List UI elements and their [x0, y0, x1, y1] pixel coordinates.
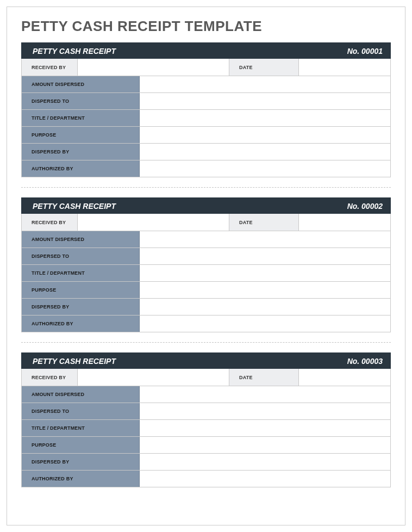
field-label: AMOUNT DISPERSED: [22, 386, 140, 403]
field-label: DISPERSED TO: [22, 93, 140, 109]
date-value[interactable]: [299, 59, 390, 76]
field-value[interactable]: [140, 299, 390, 315]
field-row: PURPOSE: [22, 127, 390, 144]
receipt-divider: [21, 342, 391, 343]
field-row: PURPOSE: [22, 437, 390, 454]
field-row: DISPERSED TO: [22, 93, 390, 110]
receipt-top-row: RECEIVED BYDATE: [21, 369, 391, 386]
field-value[interactable]: [140, 437, 390, 453]
page-title: PETTY CASH RECEIPT TEMPLATE: [21, 18, 391, 35]
field-value[interactable]: [140, 316, 390, 332]
field-label: DISPERSED BY: [22, 454, 140, 470]
field-label: TITLE / DEPARTMENT: [22, 420, 140, 436]
field-label: DISPERSED TO: [22, 248, 140, 264]
receipt-header-title: PETTY CASH RECEIPT: [33, 47, 116, 55]
field-row: DISPERSED BY: [22, 144, 390, 160]
field-label: AMOUNT DISPERSED: [22, 76, 140, 92]
date-label: DATE: [229, 59, 299, 76]
field-value[interactable]: [140, 110, 390, 126]
receipts-container: PETTY CASH RECEIPTNo. 00001RECEIVED BYDA…: [21, 42, 391, 487]
field-label: DISPERSED TO: [22, 403, 140, 419]
field-value[interactable]: [140, 76, 390, 92]
receipt-header-number: No. 00002: [347, 202, 383, 211]
field-value[interactable]: [140, 386, 390, 403]
field-label: TITLE / DEPARTMENT: [22, 265, 140, 281]
received-by-value[interactable]: [78, 369, 229, 386]
received-by-label: RECEIVED BY: [22, 369, 78, 386]
field-label: AUTHORIZED BY: [22, 316, 140, 332]
field-row: TITLE / DEPARTMENT: [22, 265, 390, 282]
field-row: AUTHORIZED BY: [22, 471, 390, 487]
receipt-fields: AMOUNT DISPERSEDDISPERSED TOTITLE / DEPA…: [21, 386, 391, 487]
receipt-block: PETTY CASH RECEIPTNo. 00003RECEIVED BYDA…: [21, 352, 391, 487]
field-value[interactable]: [140, 454, 390, 470]
receipt-header: PETTY CASH RECEIPTNo. 00002: [21, 197, 391, 214]
receipt-block: PETTY CASH RECEIPTNo. 00002RECEIVED BYDA…: [21, 197, 391, 332]
field-row: DISPERSED BY: [22, 454, 390, 471]
field-value[interactable]: [140, 248, 390, 264]
field-row: AMOUNT DISPERSED: [22, 231, 390, 248]
field-row: PURPOSE: [22, 282, 390, 299]
receipt-fields: AMOUNT DISPERSEDDISPERSED TOTITLE / DEPA…: [21, 231, 391, 332]
received-by-label: RECEIVED BY: [22, 59, 78, 76]
date-label: DATE: [229, 214, 299, 231]
field-label: DISPERSED BY: [22, 299, 140, 315]
field-row: AUTHORIZED BY: [22, 316, 390, 332]
field-row: TITLE / DEPARTMENT: [22, 420, 390, 437]
receipt-header-number: No. 00003: [347, 357, 383, 366]
date-value[interactable]: [299, 214, 390, 231]
field-value[interactable]: [140, 282, 390, 298]
field-value[interactable]: [140, 403, 390, 419]
received-by-value[interactable]: [78, 214, 229, 231]
field-row: DISPERSED BY: [22, 299, 390, 316]
receipt-block: PETTY CASH RECEIPTNo. 00001RECEIVED BYDA…: [21, 42, 391, 177]
receipt-fields: AMOUNT DISPERSEDDISPERSED TOTITLE / DEPA…: [21, 76, 391, 177]
received-by-value[interactable]: [78, 59, 229, 76]
field-label: AUTHORIZED BY: [22, 160, 140, 177]
field-row: AUTHORIZED BY: [22, 160, 390, 177]
field-label: AUTHORIZED BY: [22, 471, 140, 487]
date-value[interactable]: [299, 369, 390, 386]
receipt-header-title: PETTY CASH RECEIPT: [33, 357, 116, 366]
field-label: PURPOSE: [22, 282, 140, 298]
field-label: AMOUNT DISPERSED: [22, 231, 140, 248]
field-value[interactable]: [140, 420, 390, 436]
field-row: AMOUNT DISPERSED: [22, 76, 390, 93]
field-value[interactable]: [140, 144, 390, 160]
field-label: DISPERSED BY: [22, 144, 140, 160]
receipt-top-row: RECEIVED BYDATE: [21, 214, 391, 231]
field-value[interactable]: [140, 127, 390, 143]
page-container: PETTY CASH RECEIPT TEMPLATE PETTY CASH R…: [7, 7, 405, 525]
date-label: DATE: [229, 369, 299, 386]
field-row: DISPERSED TO: [22, 248, 390, 265]
field-label: TITLE / DEPARTMENT: [22, 110, 140, 126]
receipt-top-row: RECEIVED BYDATE: [21, 59, 391, 76]
receipt-header: PETTY CASH RECEIPTNo. 00003: [21, 352, 391, 369]
receipt-divider: [21, 187, 391, 188]
field-value[interactable]: [140, 231, 390, 248]
field-row: TITLE / DEPARTMENT: [22, 110, 390, 127]
receipt-header-title: PETTY CASH RECEIPT: [33, 202, 116, 211]
field-value[interactable]: [140, 93, 390, 109]
receipt-header-number: No. 00001: [347, 47, 383, 55]
field-value[interactable]: [140, 265, 390, 281]
field-label: PURPOSE: [22, 437, 140, 453]
field-value[interactable]: [140, 471, 390, 487]
field-value[interactable]: [140, 160, 390, 177]
field-label: PURPOSE: [22, 127, 140, 143]
received-by-label: RECEIVED BY: [22, 214, 78, 231]
receipt-header: PETTY CASH RECEIPTNo. 00001: [21, 42, 391, 59]
field-row: AMOUNT DISPERSED: [22, 386, 390, 403]
field-row: DISPERSED TO: [22, 403, 390, 420]
